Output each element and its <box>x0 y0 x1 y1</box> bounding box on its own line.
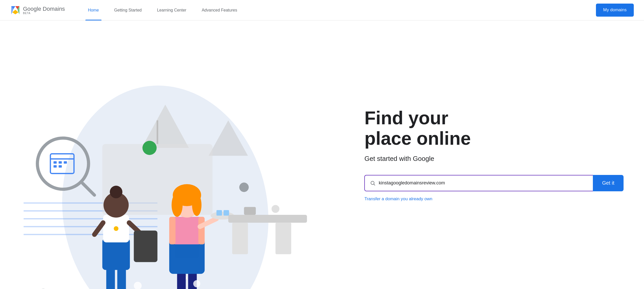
svg-point-24 <box>142 141 156 155</box>
nav-home[interactable]: Home <box>80 0 107 20</box>
nav-getting-started[interactable]: Getting Started <box>107 0 150 20</box>
logo-text: Google Domains BETA <box>23 6 65 15</box>
nav-learning-center[interactable]: Learning Center <box>149 0 194 20</box>
main-content: Find your place online Get started with … <box>0 20 644 289</box>
hero-headline: Find your place online <box>364 108 624 148</box>
main-nav: Home Getting Started Learning Center Adv… <box>80 0 596 20</box>
svg-rect-59 <box>228 215 307 223</box>
google-logo-icon <box>10 5 20 15</box>
header: Google Domains BETA Home Getting Started… <box>0 0 644 20</box>
svg-rect-58 <box>223 210 229 216</box>
svg-rect-17 <box>53 161 57 164</box>
svg-rect-48 <box>172 217 201 244</box>
svg-rect-21 <box>59 165 62 168</box>
hero-subtitle: Get started with Google <box>364 155 624 163</box>
svg-point-66 <box>193 280 200 287</box>
svg-rect-62 <box>244 207 256 215</box>
transfer-domain-link[interactable]: Transfer a domain you already own <box>364 196 432 201</box>
hero-illustration <box>0 65 354 244</box>
get-it-button[interactable]: Get it <box>593 175 624 191</box>
svg-rect-20 <box>53 165 57 168</box>
svg-rect-49 <box>169 217 176 244</box>
svg-rect-60 <box>232 223 248 254</box>
svg-rect-18 <box>59 161 62 164</box>
svg-line-68 <box>374 184 375 185</box>
search-box <box>364 175 593 191</box>
nav-advanced-features[interactable]: Advanced Features <box>194 0 245 20</box>
svg-point-63 <box>272 205 279 213</box>
search-icon <box>370 180 376 186</box>
svg-marker-2 <box>12 10 18 14</box>
hero-content: Find your place online Get started with … <box>354 93 644 217</box>
domain-search-input[interactable] <box>379 180 588 186</box>
search-area: Get it <box>364 175 624 191</box>
my-domains-button[interactable]: My domains <box>596 4 634 16</box>
logo-name: Google Domains <box>23 6 65 12</box>
svg-rect-36 <box>102 238 130 270</box>
svg-point-25 <box>239 183 249 192</box>
svg-rect-57 <box>217 210 222 216</box>
svg-point-43 <box>114 226 118 231</box>
svg-rect-19 <box>64 161 67 164</box>
logo: Google Domains BETA <box>10 5 65 15</box>
svg-point-39 <box>110 186 122 198</box>
svg-rect-41 <box>134 231 157 262</box>
illustration-svg <box>0 65 354 289</box>
svg-rect-50 <box>198 217 205 244</box>
svg-point-54 <box>192 194 201 216</box>
svg-point-53 <box>172 193 183 217</box>
svg-rect-61 <box>276 223 291 254</box>
beta-badge: BETA <box>23 12 65 15</box>
